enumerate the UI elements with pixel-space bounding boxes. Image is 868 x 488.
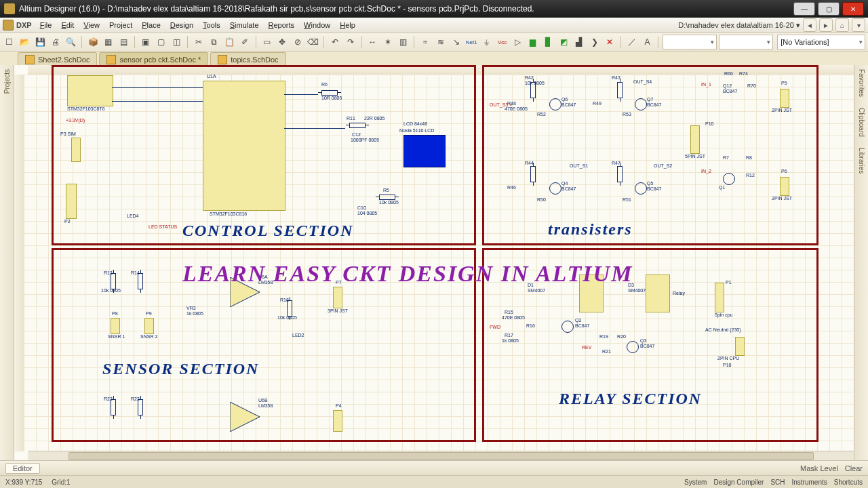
menu-project[interactable]: Project (109, 21, 132, 29)
tb-device-icon[interactable]: ◩ (557, 35, 570, 49)
p4-header (333, 410, 342, 432)
nav-home-icon[interactable]: ⌂ (835, 18, 849, 32)
nav-forward-icon[interactable]: ► (819, 18, 833, 32)
mcu-part: STM32F103C816 (210, 211, 247, 216)
tb-open-icon[interactable]: 📂 (18, 35, 32, 49)
menu-reports[interactable]: Reports (269, 21, 295, 29)
p5l: P5 (781, 81, 787, 85)
tab-topics[interactable]: topics.SchDoc (210, 52, 285, 66)
tb-combo-1[interactable] (663, 35, 717, 49)
tb-port2-icon[interactable]: ❯ (588, 35, 601, 49)
tb-browse-icon[interactable]: ▥ (397, 35, 410, 49)
tb-wire-icon[interactable]: ≈ (418, 35, 432, 49)
r15l: R15 (505, 310, 513, 314)
tb-preview-icon[interactable]: 🔍 (64, 35, 78, 49)
tb-noerc-icon[interactable]: ✕ (603, 35, 616, 49)
tb-variations-combo[interactable]: [No Variations] (777, 35, 865, 49)
dxp-menu[interactable]: DXP (16, 21, 32, 29)
tb-select-icon[interactable]: ▭ (260, 35, 274, 49)
menu-window[interactable]: Window (304, 21, 330, 29)
panel-shortcuts[interactable]: Shortcuts (834, 479, 863, 486)
tb-vcc-icon[interactable]: Vcc (496, 35, 509, 49)
tb-part-icon[interactable]: ▷ (511, 35, 524, 49)
tb-line-icon[interactable]: ／ (625, 35, 639, 49)
status-coord: X:939 Y:715 (5, 479, 42, 486)
workspace: Projects U1A STM32F103C816 STM32F103C8T6… (0, 65, 868, 461)
tb-text-icon[interactable]: A (641, 35, 654, 49)
menu-file[interactable]: File (40, 21, 52, 29)
p8l: P8 (112, 311, 118, 316)
q7l: Q7 (647, 97, 653, 102)
tb-sheetentry-icon[interactable]: ▊ (542, 35, 555, 49)
tb-hierarchy-icon[interactable]: ▦ (102, 35, 115, 49)
tb-redo-icon[interactable]: ↷ (344, 35, 357, 49)
revl: REV (582, 345, 591, 350)
panel-design[interactable]: Design Compiler (713, 479, 764, 486)
menu-help[interactable]: Help (340, 21, 355, 29)
tb-cut-icon[interactable]: ✂ (192, 35, 205, 49)
p6v: 2PIN JST (772, 196, 792, 201)
menu-view[interactable]: View (83, 21, 100, 29)
menu-tools[interactable]: Tools (203, 21, 220, 29)
tb-gnd-icon[interactable]: ⏚ (480, 35, 494, 49)
q12l: Q12 (723, 83, 732, 88)
tb-save-icon[interactable]: 💾 (33, 35, 47, 49)
menu-place[interactable]: Place (142, 21, 161, 29)
menu-simulate[interactable]: Simulate (230, 21, 259, 29)
r6l: R6 (321, 82, 328, 87)
tb-harness-icon[interactable]: ▟ (572, 35, 586, 49)
tb-sheetsym-icon[interactable]: ▆ (526, 35, 540, 49)
tb-doc-icon[interactable]: ▤ (117, 35, 131, 49)
tb-combo-2[interactable] (719, 35, 773, 49)
dxp-icon[interactable] (3, 20, 14, 30)
tb-bus-icon[interactable]: ≋ (434, 35, 448, 49)
panel-libraries[interactable]: Libraries (858, 148, 865, 174)
tb-netlabel-icon[interactable]: Net1 (465, 35, 478, 49)
nav-back-icon[interactable]: ◄ (803, 18, 816, 32)
panel-system[interactable]: System (684, 479, 707, 486)
tb-move-icon[interactable]: ✥ (275, 35, 289, 49)
v33-a: +3.3V(D) (66, 118, 85, 123)
editor-tab[interactable]: Editor (5, 463, 40, 474)
r23l: R23 (131, 396, 140, 401)
tb-deselect-icon[interactable]: ⊘ (291, 35, 304, 49)
tb-print-icon[interactable]: 🖨 (49, 35, 62, 49)
tb-port-icon[interactable]: ✶ (381, 35, 395, 49)
tb-zoom-area-icon[interactable]: ▣ (139, 35, 153, 49)
window-maximize-button[interactable]: ▢ (818, 2, 840, 16)
panel-favorites[interactable]: Favorites (858, 69, 865, 97)
tb-cross-probe-icon[interactable]: ↔ (366, 35, 379, 49)
tb-busentry-icon[interactable]: ↘ (450, 35, 463, 49)
tab-sheet2[interactable]: Sheet2.SchDoc (18, 52, 97, 66)
tb-undo-icon[interactable]: ↶ (328, 35, 342, 49)
h-scrollbar[interactable] (28, 451, 854, 461)
mask-level-button[interactable]: Mask Level (800, 464, 838, 472)
schematic-canvas[interactable]: U1A STM32F103C816 STM32F103C8T6 P3 SIM P… (14, 65, 868, 461)
p9v: SNSR 2 (140, 334, 157, 339)
tb-paste-icon[interactable]: 📋 (222, 35, 236, 49)
panel-instr[interactable]: Instruments (792, 479, 827, 486)
r7l: R7 (723, 155, 729, 160)
tb-clear-icon[interactable]: ⌫ (307, 35, 320, 49)
window-minimize-button[interactable]: — (793, 2, 815, 16)
tb-zoom-fit-icon[interactable]: ▢ (155, 35, 168, 49)
menu-edit[interactable]: Edit (61, 21, 74, 29)
panel-clipboard[interactable]: Clipboard (858, 108, 865, 137)
tb-zoom-select-icon[interactable]: ◫ (170, 35, 184, 49)
p7v: 3PIN JST (328, 308, 348, 313)
panel-sch[interactable]: SCH (770, 479, 785, 486)
nav-dropdown-icon[interactable]: ▾ (852, 18, 865, 32)
tab-sensor-pcb[interactable]: sensor pcb ckt.SchDoc * (99, 52, 208, 66)
stm-header (67, 75, 113, 106)
mcu-chip (203, 81, 285, 211)
tb-stamp-icon[interactable]: ✐ (238, 35, 252, 49)
window-close-button[interactable]: ✕ (842, 2, 864, 16)
path-crumb[interactable]: D:\mahadev elex data\altiam 16-20 ▾ (678, 21, 800, 30)
menu-design[interactable]: Design (170, 21, 193, 29)
clear-button[interactable]: Clear (845, 464, 863, 472)
tb-compile-icon[interactable]: 📦 (86, 35, 100, 49)
left-panel-tab[interactable]: Projects (0, 65, 14, 461)
q3p: BC847 (640, 344, 654, 348)
tb-new-icon[interactable]: ☐ (3, 35, 16, 49)
tb-copy-icon[interactable]: ⧉ (208, 35, 221, 49)
